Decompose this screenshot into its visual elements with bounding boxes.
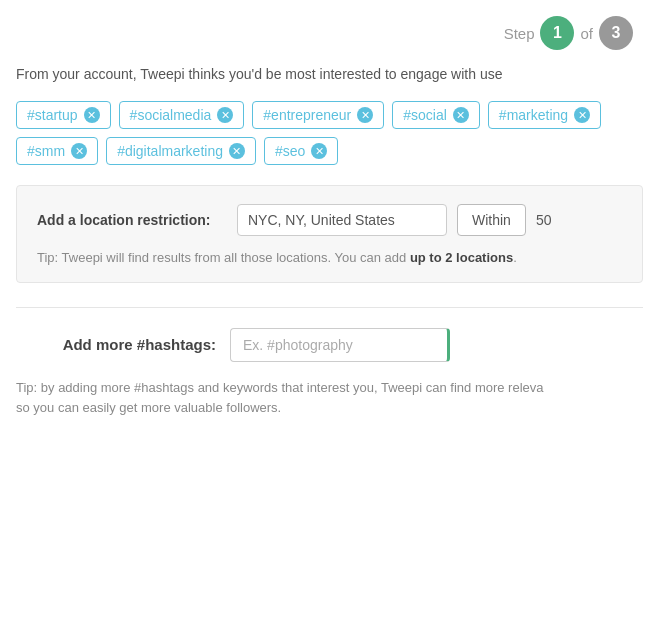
tag-digitalmarketing: #digitalmarketing ✕ bbox=[106, 137, 256, 165]
tag-marketing-remove[interactable]: ✕ bbox=[574, 107, 590, 123]
hashtag-input[interactable] bbox=[230, 328, 450, 362]
tag-marketing: #marketing ✕ bbox=[488, 101, 601, 129]
tag-entrepreneur: #entrepreneur ✕ bbox=[252, 101, 384, 129]
location-tip-bold: up to 2 locations bbox=[410, 250, 513, 265]
tag-socialmedia-remove[interactable]: ✕ bbox=[217, 107, 233, 123]
step-of-label: of bbox=[580, 25, 593, 42]
tag-smm: #smm ✕ bbox=[16, 137, 98, 165]
location-tip: Tip: Tweepi will find results from all t… bbox=[37, 248, 622, 268]
tag-digitalmarketing-label: #digitalmarketing bbox=[117, 143, 223, 159]
tag-seo-remove[interactable]: ✕ bbox=[311, 143, 327, 159]
distance-value: 50 bbox=[536, 212, 552, 228]
location-tip-text: Tip: Tweepi will find results from all t… bbox=[37, 250, 410, 265]
location-row: Add a location restriction: Within 50 bbox=[37, 204, 622, 236]
tag-digitalmarketing-remove[interactable]: ✕ bbox=[229, 143, 245, 159]
tag-social2-remove[interactable]: ✕ bbox=[453, 107, 469, 123]
section-divider bbox=[16, 307, 643, 308]
tag-socialmedia-label: #socialmedia bbox=[130, 107, 212, 123]
bottom-tip-line1: Tip: by adding more #hashtags and keywor… bbox=[16, 380, 544, 395]
tag-entrepreneur-label: #entrepreneur bbox=[263, 107, 351, 123]
step-current-circle: 1 bbox=[540, 16, 574, 50]
tag-startup-remove[interactable]: ✕ bbox=[84, 107, 100, 123]
step-label: Step bbox=[504, 25, 535, 42]
bottom-tip-line2: so you can easily get more valuable foll… bbox=[16, 400, 281, 415]
tag-socialmedia: #socialmedia ✕ bbox=[119, 101, 245, 129]
step-total-circle: 3 bbox=[599, 16, 633, 50]
tag-seo: #seo ✕ bbox=[264, 137, 338, 165]
tag-startup: #startup ✕ bbox=[16, 101, 111, 129]
add-hashtags-row: Add more #hashtags: bbox=[16, 328, 643, 362]
tag-smm-label: #smm bbox=[27, 143, 65, 159]
tags-container: #startup ✕ #socialmedia ✕ #entrepreneur … bbox=[16, 101, 643, 165]
bottom-tip: Tip: by adding more #hashtags and keywor… bbox=[16, 378, 643, 420]
location-section: Add a location restriction: Within 50 Ti… bbox=[16, 185, 643, 283]
step-total-number: 3 bbox=[612, 24, 621, 42]
within-button[interactable]: Within bbox=[457, 204, 526, 236]
location-label: Add a location restriction: bbox=[37, 212, 227, 228]
tag-social2: #social ✕ bbox=[392, 101, 480, 129]
add-hashtags-label: Add more #hashtags: bbox=[16, 336, 216, 353]
tag-smm-remove[interactable]: ✕ bbox=[71, 143, 87, 159]
tag-entrepreneur-remove[interactable]: ✕ bbox=[357, 107, 373, 123]
tag-seo-label: #seo bbox=[275, 143, 305, 159]
step-indicator: Step 1 of 3 bbox=[16, 16, 643, 50]
tag-marketing-label: #marketing bbox=[499, 107, 568, 123]
location-tip-end: . bbox=[513, 250, 517, 265]
intro-text: From your account, Tweepi thinks you'd b… bbox=[16, 64, 643, 85]
location-input[interactable] bbox=[237, 204, 447, 236]
tag-social2-label: #social bbox=[403, 107, 447, 123]
step-current-number: 1 bbox=[553, 24, 562, 42]
tag-startup-label: #startup bbox=[27, 107, 78, 123]
